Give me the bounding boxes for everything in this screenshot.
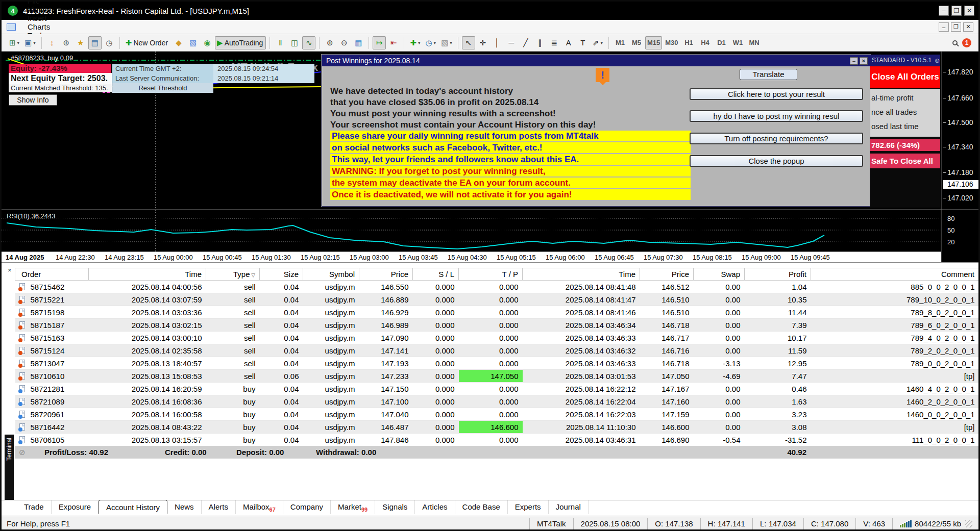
column-header-size[interactable]: Size: [260, 268, 303, 281]
periods-list-button[interactable]: ◷▾: [424, 36, 438, 49]
tab-trade[interactable]: Trade: [17, 500, 52, 514]
history-row[interactable]: 587106102025.08.13 15:08:53sell0.06usdjp…: [15, 370, 979, 383]
post-result-button[interactable]: Click here to post your result: [690, 88, 863, 100]
new-chart-button[interactable]: ⊞▾: [7, 36, 21, 49]
zoom-out-button[interactable]: ⊖: [337, 36, 351, 49]
tab-journal[interactable]: Journal: [549, 500, 589, 514]
child-minimize-button[interactable]: –: [939, 22, 949, 32]
column-header-price[interactable]: Price: [640, 268, 694, 281]
history-row[interactable]: 587151982025.08.14 03:03:36sell0.04usdjp…: [15, 306, 979, 319]
period-h4[interactable]: H4: [698, 36, 713, 49]
history-row[interactable]: 587212812025.08.14 16:20:59buy0.04usdjpy…: [15, 383, 979, 395]
column-header-order[interactable]: Order: [15, 268, 89, 281]
vertical-line-button[interactable]: │: [491, 36, 504, 49]
tile-windows-button[interactable]: ▦: [352, 36, 365, 49]
column-header-comment[interactable]: Comment: [811, 268, 979, 281]
menu-insert[interactable]: Insert: [21, 14, 61, 22]
zoom-in-button[interactable]: ⊕: [323, 36, 336, 49]
period-m5[interactable]: M5: [629, 36, 644, 49]
trendline-button[interactable]: ╱: [519, 36, 532, 49]
close-button[interactable]: ✕: [964, 6, 974, 16]
column-header-profit[interactable]: Profit: [745, 268, 811, 281]
notifications-badge[interactable]: 1: [962, 38, 971, 47]
data-window-button[interactable]: ◷: [103, 36, 116, 49]
turn-off-posting-button[interactable]: Turn off posting requirements?: [690, 133, 863, 144]
history-row[interactable]: 587151242025.08.14 02:35:58sell0.04usdjp…: [15, 344, 979, 357]
autotrading-button[interactable]: ▶AutoTrading: [215, 36, 266, 49]
menu-file[interactable]: File: [21, 0, 61, 5]
favorites-button[interactable]: ★: [74, 36, 87, 49]
horizontal-line-button[interactable]: ─: [505, 36, 518, 49]
text-button[interactable]: A: [562, 36, 575, 49]
column-header-price[interactable]: Price: [359, 268, 413, 281]
tab-exposure[interactable]: Exposure: [52, 500, 99, 514]
dialog-close-icon[interactable]: ✕: [860, 57, 868, 65]
history-row[interactable]: 587154622025.08.14 04:00:56sell0.04usdjp…: [15, 281, 979, 293]
period-mn[interactable]: MN: [747, 36, 762, 49]
tab-articles[interactable]: Articles: [415, 500, 455, 514]
reset-threshold-button[interactable]: Reset Threshold: [112, 83, 213, 93]
history-row[interactable]: 587152212025.08.14 03:07:59sell0.04usdjp…: [15, 293, 979, 306]
crosshair-button[interactable]: ✛: [476, 36, 489, 49]
menu-view[interactable]: View: [21, 5, 61, 14]
market-watch-toggle-button[interactable]: ↕: [45, 36, 59, 49]
translate-button[interactable]: Translate: [740, 69, 797, 80]
child-close-button[interactable]: ✕: [963, 22, 973, 32]
period-d1[interactable]: D1: [714, 36, 729, 49]
column-header-swap[interactable]: Swap: [694, 268, 745, 281]
tab-market[interactable]: Market99: [331, 500, 375, 514]
child-restore-button[interactable]: ❐: [951, 22, 961, 32]
period-m30[interactable]: M30: [663, 36, 680, 49]
templates-button[interactable]: ▧▾: [439, 36, 454, 49]
arrows-button[interactable]: ⇗▾: [591, 36, 605, 49]
profiles-button[interactable]: ▣▾: [22, 36, 38, 49]
history-row[interactable]: 587164422025.08.14 08:43:22buy0.04usdjpy…: [15, 421, 979, 434]
resize-grip[interactable]: [965, 520, 972, 527]
candle-chart-button[interactable]: ◫: [288, 36, 301, 49]
tab-signals[interactable]: Signals: [375, 500, 415, 514]
search-button[interactable]: [948, 36, 962, 49]
restore-button[interactable]: ❐: [951, 6, 962, 16]
tab-mailbox[interactable]: Mailbox67: [236, 500, 283, 514]
tab-news[interactable]: News: [167, 500, 202, 514]
tab-company[interactable]: Company: [283, 500, 331, 514]
terminal-toggle-button[interactable]: ▤: [88, 36, 102, 49]
cursor-button[interactable]: ↖: [462, 36, 475, 49]
column-header-time[interactable]: Time: [523, 268, 640, 281]
why-post-button[interactable]: hy do I have to post my winning resul: [690, 110, 863, 122]
navigator-toggle-button[interactable]: ⊕: [60, 36, 73, 49]
menu-charts[interactable]: Charts: [21, 22, 61, 31]
line-chart-button[interactable]: ∿: [302, 36, 315, 49]
signals-button[interactable]: ◉: [201, 36, 214, 49]
tab-alerts[interactable]: Alerts: [202, 500, 236, 514]
history-row[interactable]: 587061052025.08.13 03:15:57buy0.04usdjpy…: [15, 434, 979, 446]
history-row[interactable]: 587151872025.08.14 03:02:15sell0.04usdjp…: [15, 319, 979, 332]
fibonacci-button[interactable]: ≣: [548, 36, 561, 49]
community-button[interactable]: ▧: [186, 36, 200, 49]
tab-experts[interactable]: Experts: [508, 500, 549, 514]
tab-code-base[interactable]: Code Base: [455, 500, 508, 514]
period-w1[interactable]: W1: [730, 36, 746, 49]
auto-scroll-button[interactable]: ↦: [373, 36, 386, 49]
column-header-symbol[interactable]: Symbol: [303, 268, 359, 281]
channel-button[interactable]: ∥: [533, 36, 547, 49]
history-row[interactable]: 587209612025.08.14 16:00:58buy0.04usdjpy…: [15, 408, 979, 421]
indicators-button[interactable]: ✚▾: [408, 36, 422, 49]
column-header-tp[interactable]: T / P: [459, 268, 523, 281]
period-h1[interactable]: H1: [681, 36, 697, 49]
show-info-button[interactable]: Show Info: [9, 94, 57, 106]
history-row[interactable]: 587151632025.08.14 03:00:10sell0.04usdjp…: [15, 332, 979, 344]
chart-area[interactable]: #58706233, buy 0.09 MT4talk © Forex Equi…: [2, 52, 980, 262]
period-m1[interactable]: M1: [612, 36, 628, 49]
close-popup-button[interactable]: Close the popup: [690, 155, 863, 167]
tab-account-history[interactable]: Account History: [99, 500, 167, 514]
history-row[interactable]: 587210892025.08.14 16:08:36buy0.04usdjpy…: [15, 395, 979, 408]
minimize-button[interactable]: –: [939, 6, 949, 16]
label-button[interactable]: T: [576, 36, 590, 49]
terminal-close-icon[interactable]: ×: [8, 266, 12, 274]
bar-chart-button[interactable]: ‖: [274, 36, 287, 49]
chart-shift-button[interactable]: ⇤: [387, 36, 400, 49]
column-header-type[interactable]: Type ▽: [206, 268, 260, 281]
column-header-sl[interactable]: S / L: [413, 268, 459, 281]
new-order-button[interactable]: ✚New Order: [124, 36, 171, 49]
